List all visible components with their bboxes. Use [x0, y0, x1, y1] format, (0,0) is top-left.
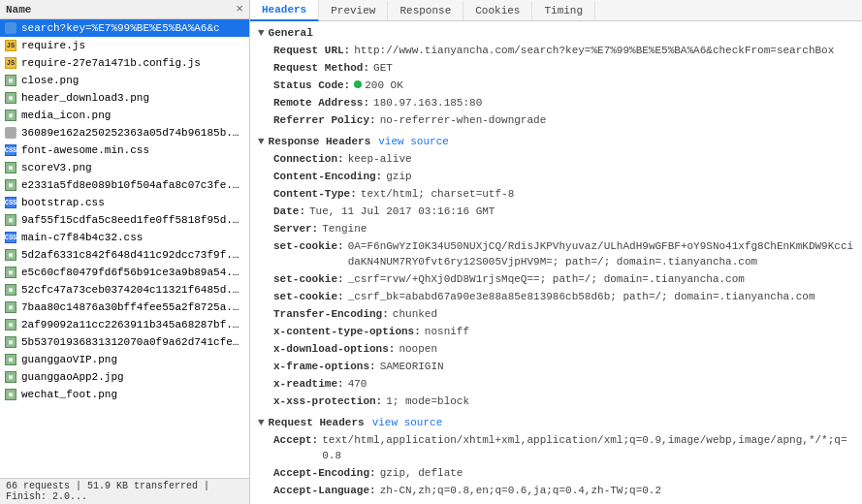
field-name: Connection:	[273, 151, 344, 167]
field-name: Remote Address:	[273, 95, 369, 110]
file-name: scoreV3.png	[21, 162, 92, 173]
field-row: Accept-Language:zh-CN,zh;q=0.8,en;q=0.6,…	[258, 483, 854, 498]
field-value: http://www.tianyancha.com/search?key=%E7…	[354, 43, 834, 58]
file-item[interactable]: ▣guanggaoApp2.jpg	[0, 368, 249, 386]
field-row: Connection:keep-alive	[258, 151, 854, 167]
field-row: Status Code:200 OK	[258, 78, 854, 93]
png-icon: ▣	[4, 335, 17, 349]
file-list: search?key=%E7%99%BE%E5%BA%A6&cJSrequire…	[0, 19, 249, 478]
file-item[interactable]: ▣scoreV3.png	[0, 159, 249, 176]
file-name: font-awesome.min.css	[21, 144, 149, 156]
file-item[interactable]: ▣guanggaoVIP.png	[0, 351, 249, 368]
file-item[interactable]: JSrequire-27e7a1471b.config.js	[0, 54, 249, 72]
tab-preview[interactable]: Preview	[319, 1, 388, 20]
file-name: wechat_foot.png	[21, 389, 117, 400]
field-name: x-frame-options:	[273, 359, 376, 374]
png-icon: ▣	[4, 91, 17, 105]
field-value: nosniff	[425, 324, 469, 339]
field-value: keep-alive	[348, 151, 412, 167]
file-item[interactable]: ▣5d2af6331c842f648d411c92dcc73f9f.png	[0, 246, 249, 264]
field-value: gzip, deflate	[380, 465, 463, 481]
section-label: Request Headers	[269, 417, 365, 428]
section-header-general[interactable]: ▼General	[258, 27, 854, 39]
file-item[interactable]: ▣5b53701936831312070a0f9a62d741cfe.png	[0, 333, 249, 351]
field-value: chunked	[393, 306, 437, 322]
tab-cookies[interactable]: Cookies	[463, 1, 532, 20]
file-name: media_icon.png	[21, 110, 111, 121]
file-name: guanggaoVIP.png	[21, 354, 117, 365]
field-name: x-content-type-options:	[273, 324, 421, 339]
file-name: e2331a5fd8e089b10f504afa8c07c3fe.png	[21, 179, 245, 191]
section-header-request-headers[interactable]: ▼Request Headersview source	[258, 417, 854, 428]
field-row: Date:Tue, 11 Jul 2017 03:16:16 GMT	[258, 204, 854, 219]
js-icon: JS	[4, 39, 17, 52]
file-item[interactable]: ▣close.png	[0, 72, 249, 89]
content-area: ▼GeneralRequest URL:http://www.tianyanch…	[250, 21, 862, 504]
field-value: 0A=F6nGwYzI0K34U50NUXjCQ/RdisJKPVhyuvaz/…	[348, 238, 854, 269]
file-item[interactable]: JSrequire.js	[0, 37, 249, 54]
file-item[interactable]: ▣e2331a5fd8e089b10f504afa8c07c3fe.png	[0, 176, 249, 194]
section-request-headers: ▼Request Headersview sourceAccept:text/h…	[258, 417, 854, 498]
png-icon: ▣	[4, 300, 17, 314]
field-value: _csrf=rvw/+QhXj0dD8W1rjsMqeQ==; path=/; …	[348, 271, 745, 287]
field-value: noopen	[399, 341, 437, 357]
file-item[interactable]: ▣e5c60cf80479fd6f56b91ce3a9b89a54.png	[0, 264, 249, 281]
tab-timing[interactable]: Timing	[532, 1, 595, 20]
left-panel-title: Name	[6, 4, 31, 16]
png-icon: ▣	[4, 266, 17, 279]
right-panel: HeadersPreviewResponseCookiesTiming ▼Gen…	[250, 0, 862, 504]
png-icon: ▣	[4, 161, 17, 174]
file-item[interactable]: CSSmain-c7f84b4c32.css	[0, 229, 249, 246]
field-value: GET	[373, 60, 393, 76]
css-icon: CSS	[4, 196, 17, 209]
field-row: Request URL:http://www.tianyancha.com/se…	[258, 43, 854, 58]
file-item[interactable]: ▣2af99092a11cc2263911b345a68287bf.png	[0, 316, 249, 333]
close-icon[interactable]: ×	[236, 2, 243, 16]
file-name: require-27e7a1471b.config.js	[21, 57, 201, 69]
file-item[interactable]: ▣7baa80c14876a30bff4fee55a2f8725a.png	[0, 299, 249, 316]
jpg-icon: ▣	[4, 370, 17, 384]
field-value: SAMEORIGIN	[380, 359, 444, 374]
tab-headers[interactable]: Headers	[250, 0, 319, 21]
field-value: 200 OK	[354, 78, 403, 93]
field-row: Remote Address:180.97.163.185:80	[258, 95, 854, 110]
file-item[interactable]: CSSfont-awesome.min.css	[0, 142, 249, 159]
field-row: x-frame-options:SAMEORIGIN	[258, 359, 854, 374]
file-item[interactable]: ▣9af55f15cdfa5c8eed1fe0ff5818f95d.png@	[0, 211, 249, 229]
field-value: gzip	[386, 169, 411, 184]
file-item[interactable]: CSSbootstrap.css	[0, 194, 249, 211]
field-row: x-content-type-options:nosniff	[258, 324, 854, 339]
view-source-link[interactable]: view source	[378, 136, 449, 147]
png-icon: ▣	[4, 74, 17, 87]
field-row: x-download-options:noopen	[258, 341, 854, 357]
view-source-link[interactable]: view source	[372, 417, 443, 428]
file-item[interactable]: ▣media_icon.png	[0, 107, 249, 124]
field-name: x-download-options:	[273, 341, 395, 357]
status-dot-icon	[354, 80, 362, 88]
png-icon: ▣	[4, 109, 17, 122]
field-value: 470	[348, 376, 367, 392]
file-item[interactable]: 36089e162a250252363a05d74b96185b.pr	[0, 124, 249, 142]
js-icon: JS	[4, 56, 17, 70]
field-row: Content-Encoding:gzip	[258, 169, 854, 184]
section-header-response-headers[interactable]: ▼Response Headersview source	[258, 136, 854, 147]
field-row: Request Method:GET	[258, 60, 854, 76]
selected-icon	[4, 21, 17, 35]
png-icon: ▣	[4, 388, 17, 401]
png-icon: ▣	[4, 283, 17, 297]
field-name: set-cookie:	[273, 271, 344, 287]
file-item[interactable]: ▣52cfc47a73ceb0374204c11321f6485d.png	[0, 281, 249, 299]
file-item[interactable]: search?key=%E7%99%BE%E5%BA%A6&c	[0, 19, 249, 37]
left-panel-header: Name ×	[0, 0, 249, 19]
field-row: Accept-Encoding:gzip, deflate	[258, 465, 854, 481]
tab-response[interactable]: Response	[388, 1, 463, 20]
file-item[interactable]: ▣header_download3.png	[0, 89, 249, 107]
png-icon: ▣	[4, 178, 17, 192]
section-arrow-icon: ▼	[258, 136, 265, 147]
field-name: Server:	[273, 221, 318, 236]
section-arrow-icon: ▼	[258, 417, 265, 428]
file-item[interactable]: ▣wechat_foot.png	[0, 386, 249, 403]
file-name: e5c60cf80479fd6f56b91ce3a9b89a54.png	[21, 267, 245, 278]
field-name: Request URL:	[273, 43, 350, 58]
field-value: zh-CN,zh;q=0.8,en;q=0.6,ja;q=0.4,zh-TW;q…	[380, 483, 661, 498]
